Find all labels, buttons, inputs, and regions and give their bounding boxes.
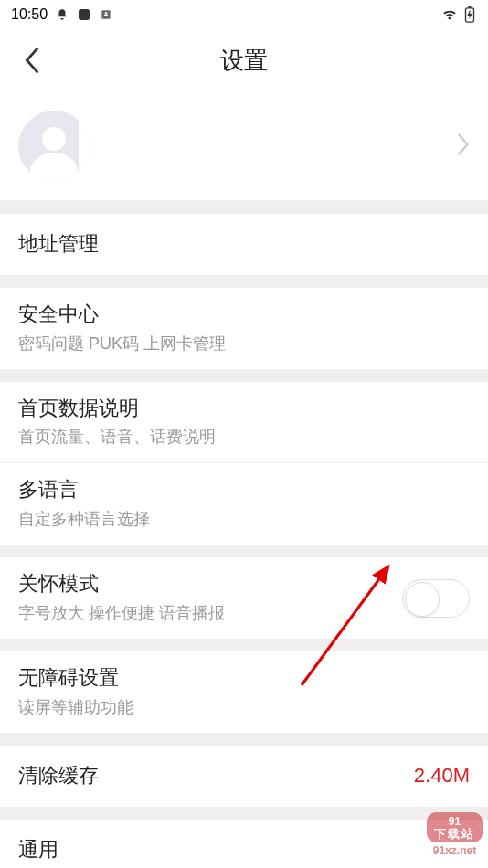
- item-address[interactable]: 地址管理: [0, 214, 488, 275]
- item-accessibility[interactable]: 无障碍设置 读屏等辅助功能: [0, 651, 488, 733]
- item-subtitle: 读屏等辅助功能: [18, 696, 470, 718]
- page-header: 设置: [0, 29, 488, 91]
- care-mode-toggle[interactable]: [402, 579, 470, 618]
- item-title: 安全中心: [18, 301, 470, 329]
- watermark-num: 91: [434, 816, 475, 828]
- profile-row[interactable]: [0, 91, 488, 201]
- avatar: [18, 111, 90, 182]
- back-button[interactable]: [18, 47, 46, 74]
- item-title: 无障碍设置: [18, 664, 470, 693]
- item-clear-cache[interactable]: 清除缓存 2.40M: [0, 746, 488, 807]
- item-title: 多语言: [18, 476, 470, 504]
- svg-text:A: A: [104, 11, 109, 17]
- item-title: 地址管理: [18, 230, 470, 259]
- item-subtitle: 首页流量、语音、话费说明: [18, 426, 470, 448]
- status-bar: 10:50 A: [0, 0, 488, 29]
- badge-icon: A: [99, 7, 113, 22]
- item-security[interactable]: 安全中心 密码问题 PUK码 上网卡管理: [0, 288, 488, 369]
- status-time: 10:50: [11, 6, 48, 23]
- watermark-url: 91xz.net: [427, 844, 483, 857]
- watermark-cn: 下载站: [434, 828, 475, 841]
- item-title: 通用: [18, 836, 470, 864]
- item-general[interactable]: 通用: [0, 820, 488, 868]
- item-language[interactable]: 多语言 自定多种语言选择: [0, 462, 488, 545]
- notification-icon: [55, 7, 69, 22]
- chevron-left-icon: [24, 48, 40, 73]
- svg-rect-0: [79, 9, 90, 20]
- item-subtitle: 字号放大 操作便捷 语音播报: [18, 602, 470, 624]
- svg-rect-4: [468, 6, 472, 8]
- item-subtitle: 自定多种语言选择: [18, 508, 470, 530]
- item-subtitle: 密码问题 PUK码 上网卡管理: [18, 333, 470, 355]
- battery-icon: [462, 7, 477, 22]
- cache-size-value: 2.40M: [414, 764, 470, 788]
- wifi-icon: [442, 7, 457, 22]
- watermark: 91 下载站 91xz.net: [427, 812, 483, 857]
- item-care-mode: 关怀模式 字号放大 操作便捷 语音播报: [0, 557, 488, 639]
- item-homedata[interactable]: 首页数据说明 首页流量、语音、话费说明: [0, 382, 488, 463]
- chevron-right-icon: [457, 133, 470, 159]
- item-title: 首页数据说明: [18, 395, 470, 423]
- item-title: 清除缓存: [18, 762, 470, 790]
- page-title: 设置: [0, 45, 488, 77]
- app-icon: [77, 7, 91, 22]
